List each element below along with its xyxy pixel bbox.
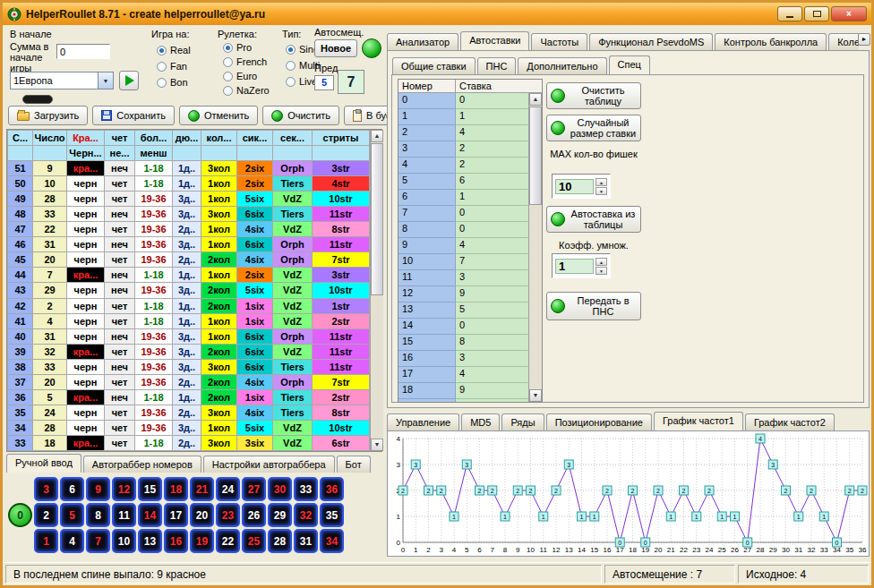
- number-button-28[interactable]: 28: [268, 529, 292, 553]
- close-button[interactable]: ×: [831, 6, 867, 21]
- game-combo[interactable]: ▼: [10, 72, 114, 89]
- number-button-7[interactable]: 7: [86, 529, 110, 553]
- minimize-button[interactable]: [777, 6, 802, 21]
- number-button-2[interactable]: 2: [34, 503, 58, 527]
- chart-tab-3[interactable]: Позиционирование: [546, 413, 652, 430]
- start-sum-input[interactable]: [56, 44, 110, 59]
- collapse-button[interactable]: [22, 95, 53, 104]
- toolbar-folder-button[interactable]: Загрузить: [8, 106, 88, 125]
- number-button-4[interactable]: 4: [60, 529, 84, 553]
- spin-down-icon[interactable]: ▼: [596, 267, 607, 275]
- number-button-35[interactable]: 35: [320, 503, 344, 527]
- chart-tab-0[interactable]: Управление: [387, 413, 459, 430]
- roulette-radio-nazero[interactable]: NaZero: [223, 85, 270, 96]
- number-button-5[interactable]: 5: [60, 503, 84, 527]
- main-tab-4[interactable]: Контроль банкролла: [715, 33, 827, 50]
- bet-stake-cell[interactable]: 4: [456, 238, 528, 254]
- history-scrollbar[interactable]: ▲ ▼: [370, 130, 383, 451]
- game-on-radio-bon[interactable]: Bon: [157, 77, 191, 88]
- number-button-20[interactable]: 20: [190, 503, 214, 527]
- bet-stake-cell[interactable]: 3: [456, 351, 528, 367]
- bet-stake-cell[interactable]: 0: [456, 93, 528, 109]
- input-tab-2[interactable]: Настройки автограббера: [203, 456, 335, 473]
- history-scroll-track[interactable]: [371, 142, 383, 439]
- bet-stake-cell[interactable]: 2: [456, 141, 528, 158]
- game-on-radio-real[interactable]: Real: [157, 45, 191, 55]
- game-on-radio-fan[interactable]: Fan: [157, 61, 191, 72]
- maximize-button[interactable]: [804, 6, 829, 21]
- bet-stake-cell[interactable]: 2: [456, 158, 528, 174]
- number-button-3[interactable]: 3: [34, 477, 58, 501]
- play-button[interactable]: [119, 71, 139, 90]
- number-button-10[interactable]: 10: [112, 529, 136, 553]
- bet-stake-cell[interactable]: 9: [456, 383, 528, 399]
- bet-stake-cell[interactable]: 0: [456, 206, 528, 222]
- number-button-16[interactable]: 16: [164, 529, 188, 553]
- number-button-14[interactable]: 14: [138, 503, 162, 527]
- number-button-11[interactable]: 11: [112, 503, 136, 527]
- number-button-17[interactable]: 17: [164, 503, 188, 527]
- input-tab-1[interactable]: Автограббер номеров: [83, 456, 201, 473]
- new-autoshift-button[interactable]: Новое: [314, 39, 357, 57]
- number-button-29[interactable]: 29: [268, 503, 292, 527]
- spin-down-icon[interactable]: ▼: [596, 187, 607, 195]
- bet-stake-cell[interactable]: 9: [456, 286, 528, 303]
- spin-up-icon[interactable]: ▲: [596, 258, 607, 266]
- number-button-0[interactable]: 0: [8, 503, 32, 527]
- number-button-12[interactable]: 12: [112, 477, 136, 501]
- main-tab-0[interactable]: Анализатор: [387, 33, 458, 50]
- bet-stake-cell[interactable]: 7: [456, 254, 528, 270]
- autobets-tab-0[interactable]: Общие ставки: [392, 57, 476, 74]
- main-tab-5[interactable]: Колесо ру: [828, 33, 859, 50]
- number-button-13[interactable]: 13: [138, 529, 162, 553]
- bet-scroll-thumb[interactable]: [529, 107, 542, 205]
- bet-stake-cell[interactable]: 6: [456, 174, 528, 190]
- number-button-8[interactable]: 8: [86, 503, 110, 527]
- autobet-from-table-button[interactable]: Автоставка из таблицы: [546, 206, 641, 233]
- main-tab-2[interactable]: Частоты: [531, 33, 587, 50]
- bet-scrollbar[interactable]: ▲ ▼: [528, 93, 542, 402]
- input-tab-0[interactable]: Ручной ввод: [6, 454, 81, 473]
- number-button-36[interactable]: 36: [320, 477, 344, 501]
- autobets-tab-2[interactable]: Дополнительно: [518, 57, 606, 74]
- chart-tab-1[interactable]: MD5: [461, 413, 500, 430]
- number-button-23[interactable]: 23: [216, 503, 240, 527]
- scroll-down-icon[interactable]: ▼: [529, 389, 542, 402]
- bet-stake-cell[interactable]: 0: [456, 222, 528, 238]
- number-button-26[interactable]: 26: [242, 503, 266, 527]
- scroll-up-icon[interactable]: ▲: [371, 130, 383, 142]
- number-button-21[interactable]: 21: [190, 477, 214, 501]
- number-button-32[interactable]: 32: [294, 503, 318, 527]
- history-scroll-thumb[interactable]: [371, 143, 383, 295]
- scroll-up-icon[interactable]: ▲: [529, 93, 542, 106]
- number-button-33[interactable]: 33: [294, 477, 318, 501]
- chart-tab-2[interactable]: Ряды: [501, 413, 544, 430]
- number-button-9[interactable]: 9: [86, 477, 110, 501]
- roulette-radio-pro[interactable]: Pro: [223, 42, 270, 53]
- bet-stake-cell[interactable]: 2: [456, 399, 528, 402]
- toolbar-save-button[interactable]: Сохранить: [92, 106, 175, 125]
- random-bet-button[interactable]: Случайный размер ставки: [546, 115, 641, 141]
- number-button-31[interactable]: 31: [294, 529, 318, 553]
- toolbar-erase-button[interactable]: Очистить: [262, 106, 339, 125]
- number-button-15[interactable]: 15: [138, 477, 162, 501]
- game-combo-value[interactable]: [11, 72, 98, 89]
- number-button-34[interactable]: 34: [320, 529, 344, 553]
- scroll-down-icon[interactable]: ▼: [371, 439, 383, 451]
- bet-stake-cell[interactable]: 4: [456, 367, 528, 383]
- number-button-24[interactable]: 24: [216, 477, 240, 501]
- bet-stake-cell[interactable]: 5: [456, 303, 528, 319]
- number-button-19[interactable]: 19: [190, 529, 214, 553]
- autobets-tab-1[interactable]: ПНС: [477, 57, 517, 74]
- roulette-radio-euro[interactable]: Euro: [223, 71, 270, 81]
- bet-stake-cell[interactable]: 4: [456, 125, 528, 141]
- number-button-25[interactable]: 25: [242, 529, 266, 553]
- spin-up-icon[interactable]: ▲: [596, 178, 607, 186]
- toolbar-undo-button[interactable]: Отменить: [179, 106, 258, 125]
- bet-stake-cell[interactable]: 8: [456, 335, 528, 351]
- main-tab-1[interactable]: Автоставки: [460, 31, 529, 50]
- number-button-30[interactable]: 30: [268, 477, 292, 501]
- max-chips-input[interactable]: [555, 179, 594, 194]
- bet-stake-cell[interactable]: 3: [456, 270, 528, 286]
- input-tab-3[interactable]: Бот: [337, 456, 371, 473]
